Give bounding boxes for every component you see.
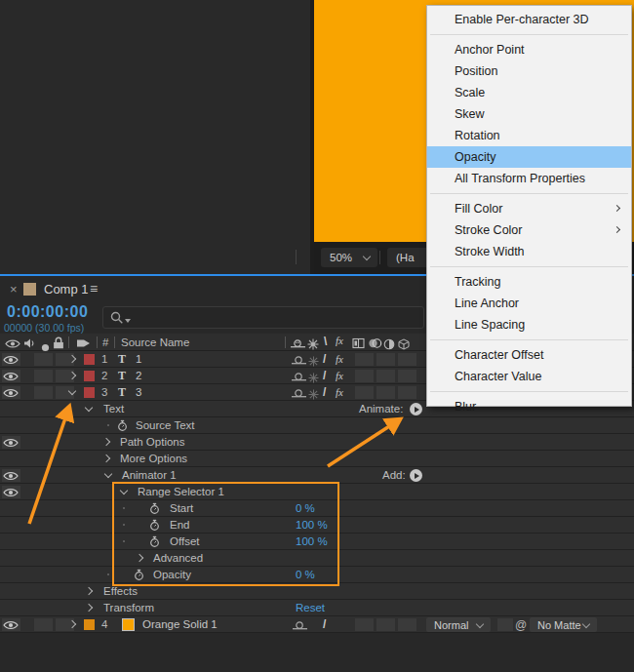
group-label[interactable]: Transform: [103, 600, 154, 615]
menu-item-stroke-width[interactable]: Stroke Width: [427, 241, 631, 262]
menu-item-opacity[interactable]: Opacity: [427, 146, 631, 168]
label-color-swatch[interactable]: [84, 371, 95, 381]
motion-blur-cell[interactable]: [376, 618, 395, 631]
preserve-transparency-cell[interactable]: [497, 618, 513, 631]
menu-item-stroke-color[interactable]: Stroke Color: [427, 219, 631, 241]
row-source-text[interactable]: Source Text: [0, 417, 634, 434]
expand-chevron-icon[interactable]: [102, 438, 110, 446]
menu-item-enable-per-character-3d[interactable]: Enable Per-character 3D: [427, 9, 631, 30]
fx-toggle-icon[interactable]: fx: [336, 384, 343, 400]
3d-cell[interactable]: [398, 353, 416, 366]
eye-toggle[interactable]: [2, 486, 20, 498]
panel-menu-icon[interactable]: ≡: [90, 281, 98, 296]
label-color-swatch[interactable]: [84, 354, 95, 365]
motion-blur-cell[interactable]: [376, 370, 395, 382]
layer-name[interactable]: 2: [136, 368, 141, 383]
text-layer-icon: T: [118, 384, 126, 400]
row-path-options[interactable]: Path Options: [0, 434, 634, 451]
quality-toggle-icon[interactable]: /: [323, 351, 326, 367]
audio-cell[interactable]: [34, 386, 53, 399]
frame-blend-cell[interactable]: [355, 386, 374, 399]
number-column-header[interactable]: #: [102, 336, 108, 349]
audio-cell[interactable]: [34, 618, 53, 631]
row-transform[interactable]: Transform Reset: [0, 600, 634, 616]
menu-item-skew[interactable]: Skew: [427, 103, 631, 125]
menu-item-line-anchor[interactable]: Line Anchor: [427, 293, 631, 314]
expand-chevron-icon[interactable]: [85, 604, 93, 612]
menu-item-rotation[interactable]: Rotation: [427, 125, 631, 146]
expand-chevron-icon[interactable]: [102, 455, 110, 462]
stopwatch-icon[interactable]: [117, 419, 128, 435]
label-color-swatch[interactable]: [84, 387, 95, 398]
3d-cell[interactable]: [398, 386, 416, 399]
row-layer-4[interactable]: 4 Orange Solid 1 / Normal @ No Matte: [0, 616, 634, 633]
layer-name[interactable]: 1: [136, 351, 141, 367]
quality-toggle-icon[interactable]: /: [323, 368, 326, 383]
property-label[interactable]: Source Text: [136, 417, 195, 433]
quality-column-icon[interactable]: \: [324, 335, 327, 348]
3d-cell[interactable]: [398, 618, 416, 631]
current-timecode[interactable]: 0:00:00:00: [7, 303, 88, 321]
layer-number: 4: [101, 616, 107, 632]
fx-toggle-icon[interactable]: fx: [336, 368, 343, 383]
solid-color-swatch[interactable]: [122, 618, 135, 631]
eye-toggle[interactable]: [2, 353, 20, 366]
frame-blend-cell[interactable]: [355, 370, 374, 382]
audio-cell[interactable]: [34, 370, 53, 382]
tab-comp-title[interactable]: Comp 1: [44, 282, 89, 296]
fx-toggle-icon[interactable]: fx: [336, 351, 343, 367]
row-more-options[interactable]: More Options: [0, 451, 634, 467]
collapse-chevron-icon[interactable]: [85, 404, 93, 412]
motion-blur-cell[interactable]: [376, 386, 395, 399]
shy-toggle-icon[interactable]: [292, 370, 306, 385]
animate-label: Animate:: [359, 401, 403, 416]
search-input[interactable]: [102, 306, 424, 329]
menu-item-blur[interactable]: Blur: [427, 396, 631, 417]
blend-mode-dropdown[interactable]: Normal: [426, 617, 491, 632]
shy-toggle-icon[interactable]: [293, 618, 307, 634]
animate-menu-button[interactable]: [410, 403, 422, 415]
motion-blur-cell[interactable]: [376, 353, 395, 366]
menu-item-scale[interactable]: Scale: [427, 82, 631, 103]
collapse-chevron-icon[interactable]: [104, 470, 112, 478]
expand-chevron-icon[interactable]: [85, 587, 93, 595]
source-name-column-header[interactable]: Source Name: [121, 336, 189, 349]
3d-cell[interactable]: [398, 370, 416, 382]
eye-toggle[interactable]: [2, 370, 20, 382]
frame-blend-cell[interactable]: [355, 353, 374, 366]
eye-toggle[interactable]: [2, 436, 20, 449]
search-options-arrow-icon[interactable]: [125, 319, 131, 323]
label-color-swatch[interactable]: [84, 619, 95, 630]
frame-blend-cell[interactable]: [355, 618, 374, 631]
menu-item-line-spacing[interactable]: Line Spacing: [427, 314, 631, 336]
reset-button[interactable]: Reset: [296, 600, 325, 615]
eye-toggle[interactable]: [2, 618, 20, 631]
menu-item-anchor-point[interactable]: Anchor Point: [427, 39, 631, 60]
audio-cell[interactable]: [34, 353, 53, 366]
menu-item-all-transform-properties[interactable]: All Transform Properties: [427, 168, 631, 189]
group-label[interactable]: More Options: [120, 451, 187, 466]
eye-toggle[interactable]: [2, 386, 20, 399]
menu-item-position[interactable]: Position: [427, 60, 631, 82]
add-menu-button[interactable]: [410, 469, 422, 482]
layer-name[interactable]: 3: [136, 384, 141, 400]
track-matte-dropdown[interactable]: No Matte: [530, 617, 597, 632]
group-label[interactable]: Path Options: [120, 434, 184, 450]
fx-column-icon[interactable]: fx: [336, 335, 343, 346]
shy-toggle-icon[interactable]: [292, 386, 306, 402]
close-icon[interactable]: ×: [10, 282, 18, 296]
menu-item-character-offset[interactable]: Character Offset: [427, 344, 631, 366]
shy-toggle-icon[interactable]: [292, 353, 306, 369]
menu-item-tracking[interactable]: Tracking: [427, 271, 631, 293]
eye-toggle[interactable]: [2, 469, 20, 482]
zoom-dropdown[interactable]: 50%: [321, 248, 377, 267]
layer-name[interactable]: Orange Solid 1: [142, 616, 218, 632]
menu-separator: [427, 262, 631, 271]
group-label[interactable]: Text: [103, 401, 124, 416]
track-matte-pickwhip-icon[interactable]: @: [515, 617, 527, 633]
menu-item-fill-color[interactable]: Fill Color: [427, 198, 631, 219]
quality-toggle-icon[interactable]: /: [323, 616, 326, 632]
quality-toggle-icon[interactable]: /: [323, 384, 326, 400]
group-label[interactable]: Animator 1: [122, 467, 177, 483]
menu-item-character-value[interactable]: Character Value: [427, 366, 631, 387]
